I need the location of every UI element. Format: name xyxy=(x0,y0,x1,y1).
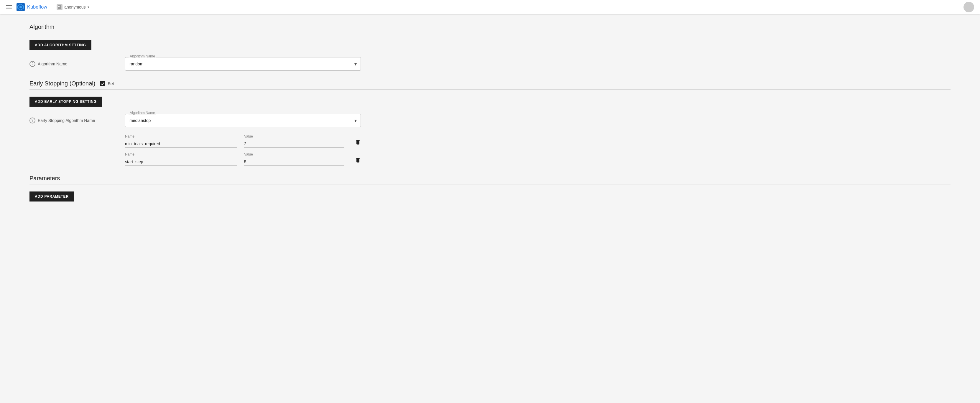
table-row: Name Value xyxy=(125,152,951,165)
early-stopping-set-label: Set xyxy=(108,81,114,86)
early-stopping-algorithm-name-row: ? Early Stopping Algorithm Name Algorith… xyxy=(29,114,951,127)
algorithm-name-help-icon[interactable]: ? xyxy=(29,61,35,67)
min-trials-name-label: Name xyxy=(125,134,237,138)
parameters-divider xyxy=(29,184,951,184)
namespace-text: anonymous xyxy=(64,5,86,10)
early-stopping-set-checkbox-area: Set xyxy=(100,81,114,86)
early-stopping-divider xyxy=(29,89,951,90)
logo-area: Kubeflow xyxy=(16,3,47,11)
min-trials-name-input[interactable] xyxy=(125,140,237,148)
min-trials-value-label: Value xyxy=(244,134,344,138)
svg-point-2 xyxy=(19,6,22,8)
start-step-delete-button[interactable] xyxy=(354,156,362,164)
early-stopping-settings-area: Name Value Name xyxy=(125,134,951,165)
parameters-section: Parameters ADD PARAMETER xyxy=(29,175,951,209)
start-step-name-input[interactable] xyxy=(125,158,237,165)
early-stopping-header: Early Stopping (Optional) Set xyxy=(29,80,951,87)
early-stopping-algorithm-select-label: Algorithm Name xyxy=(129,111,156,115)
algorithm-name-select-label: Algorithm Name xyxy=(129,54,156,58)
algorithm-name-row: ? Algorithm Name Algorithm Name random g… xyxy=(29,57,951,71)
header-right xyxy=(964,2,974,13)
start-step-value-field: Value xyxy=(244,152,344,165)
early-stopping-algorithm-select-container: Algorithm Name medianstop none ▾ xyxy=(125,114,361,127)
svg-rect-3 xyxy=(58,5,61,9)
algorithm-name-select-container: Algorithm Name random grid bayesianoptim… xyxy=(125,57,361,71)
min-trials-value-input[interactable] xyxy=(244,140,344,148)
trash-icon xyxy=(355,140,361,145)
add-early-stopping-setting-button[interactable]: ADD EARLY STOPPING SETTING xyxy=(29,97,102,106)
avatar xyxy=(964,2,974,13)
table-row: Name Value xyxy=(125,134,951,148)
early-stopping-title: Early Stopping (Optional) xyxy=(29,80,95,87)
svg-rect-4 xyxy=(58,6,60,7)
namespace-chevron-icon: ▾ xyxy=(88,5,89,9)
namespace-selector[interactable]: anonymous ▾ xyxy=(57,4,89,10)
algorithm-divider xyxy=(29,33,951,33)
start-step-name-field: Name xyxy=(125,152,237,165)
app-header: Kubeflow anonymous ▾ xyxy=(0,0,980,14)
min-trials-name-field: Name xyxy=(125,134,237,148)
parameters-section-title: Parameters xyxy=(29,175,951,182)
algorithm-section-title: Algorithm xyxy=(29,24,951,30)
hamburger-icon[interactable] xyxy=(6,5,12,9)
main-content: Algorithm ADD ALGORITHM SETTING ? Algori… xyxy=(0,14,980,403)
add-algorithm-setting-button[interactable]: ADD ALGORITHM SETTING xyxy=(29,40,91,50)
min-trials-value-field: Value xyxy=(244,134,344,148)
early-stopping-section: Early Stopping (Optional) Set ADD EARLY … xyxy=(29,80,951,165)
kubeflow-logo-icon xyxy=(16,3,25,11)
start-step-value-label: Value xyxy=(244,152,344,156)
start-step-value-input[interactable] xyxy=(244,158,344,165)
start-step-name-label: Name xyxy=(125,152,237,156)
algorithm-name-label: Algorithm Name xyxy=(38,62,67,66)
early-stopping-algorithm-label-area: ? Early Stopping Algorithm Name xyxy=(29,117,118,124)
min-trials-delete-button[interactable] xyxy=(354,138,362,146)
algorithm-name-label-area: ? Algorithm Name xyxy=(29,61,118,67)
early-stopping-algorithm-help-icon[interactable]: ? xyxy=(29,117,35,124)
add-parameter-button[interactable]: ADD PARAMETER xyxy=(29,192,74,202)
algorithm-section: Algorithm ADD ALGORITHM SETTING ? Algori… xyxy=(29,24,951,71)
logo-text: Kubeflow xyxy=(27,5,47,10)
header-left: Kubeflow anonymous ▾ xyxy=(6,3,89,11)
trash-icon xyxy=(355,157,361,163)
early-stopping-checkbox[interactable] xyxy=(100,81,105,86)
checkmark-icon xyxy=(100,82,105,86)
early-stopping-algorithm-label: Early Stopping Algorithm Name xyxy=(38,118,95,123)
algorithm-name-select[interactable]: random grid bayesianoptimization hyperba… xyxy=(125,57,361,71)
namespace-icon xyxy=(57,4,62,10)
early-stopping-algorithm-select[interactable]: medianstop none xyxy=(125,114,361,127)
